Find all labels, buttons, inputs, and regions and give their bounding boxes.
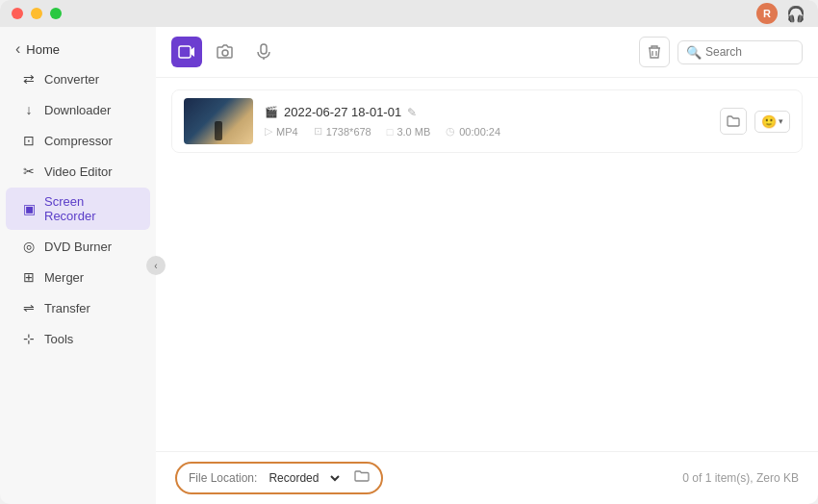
- sidebar-item-tools[interactable]: ⊹ Tools: [6, 324, 150, 353]
- camera-icon: [217, 43, 234, 61]
- downloader-icon: ↓: [21, 102, 37, 117]
- format-icon: ▷: [265, 125, 272, 138]
- trash-icon: [647, 44, 662, 60]
- main-content: 🔍 🎬 2022-06-27 18-01-01 ✎: [156, 27, 818, 504]
- svg-rect-2: [261, 44, 267, 54]
- support-icon[interactable]: 🎧: [785, 3, 806, 24]
- open-folder-icon: [354, 468, 370, 484]
- edit-icon[interactable]: ✎: [407, 106, 417, 119]
- folder-icon: [726, 113, 741, 129]
- tab-video-button[interactable]: [171, 37, 202, 67]
- video-type-badge: 🎬: [265, 106, 278, 118]
- mic-icon: [255, 43, 272, 61]
- svg-rect-0: [179, 46, 191, 58]
- file-location-container: File Location: Recorded Custom Desktop D…: [175, 462, 383, 494]
- emoji-reaction-button[interactable]: 🙂 ▾: [754, 111, 790, 133]
- file-list: 🎬 2022-06-27 18-01-01 ✎ ▷ MP4 ⊡ 1738*678: [156, 78, 818, 451]
- clock-icon: ◷: [446, 125, 455, 138]
- close-button[interactable]: [12, 8, 23, 19]
- user-avatar[interactable]: R: [756, 3, 778, 24]
- sidebar-item-merger[interactable]: ⊞ Merger: [6, 263, 150, 291]
- tools-icon: ⊹: [21, 331, 37, 346]
- delete-button[interactable]: [639, 37, 670, 67]
- sidebar-item-dvd-burner[interactable]: ◎ DVD Burner: [6, 232, 150, 261]
- merger-icon: ⊞: [21, 269, 37, 285]
- save-to-folder-button[interactable]: [720, 108, 747, 135]
- chevron-down-icon: ▾: [779, 116, 783, 126]
- size-meta: □ 3.0 MB: [387, 126, 431, 138]
- browse-folder-button[interactable]: [354, 468, 370, 488]
- transfer-icon: ⇌: [21, 300, 37, 315]
- file-actions: 🙂 ▾: [720, 108, 790, 135]
- size-icon: □: [387, 126, 394, 138]
- sidebar-home[interactable]: Home: [0, 35, 156, 63]
- compressor-icon: ⊡: [21, 133, 37, 148]
- svg-point-1: [222, 50, 228, 56]
- screen-recorder-icon: ▣: [21, 201, 37, 216]
- file-info: 🎬 2022-06-27 18-01-01 ✎ ▷ MP4 ⊡ 1738*678: [265, 105, 708, 138]
- footer: File Location: Recorded Custom Desktop D…: [156, 451, 818, 504]
- video-editor-icon: ✂: [21, 164, 37, 179]
- dvd-burner-icon: ◎: [21, 239, 37, 254]
- titlebar: R 🎧: [0, 0, 818, 27]
- tab-camera-button[interactable]: [210, 37, 241, 67]
- sidebar-item-transfer[interactable]: ⇌ Transfer: [6, 293, 150, 322]
- search-icon: 🔍: [686, 45, 702, 60]
- app-body: Home ⇄ Converter ↓ Downloader ⊡ Compress…: [0, 27, 818, 504]
- sidebar-collapse-button[interactable]: ‹: [146, 256, 166, 275]
- resolution-icon: ⊡: [314, 125, 322, 138]
- file-meta: ▷ MP4 ⊡ 1738*678 □ 3.0 MB ◷: [265, 125, 708, 138]
- format-meta: ▷ MP4: [265, 125, 298, 138]
- sidebar-item-downloader[interactable]: ↓ Downloader: [6, 95, 150, 124]
- duration-meta: ◷ 00:00:24: [446, 125, 500, 138]
- resolution-meta: ⊡ 1738*678: [314, 125, 371, 138]
- maximize-button[interactable]: [50, 8, 62, 19]
- toolbar: 🔍: [156, 27, 818, 78]
- sidebar-item-video-editor[interactable]: ✂ Video Editor: [6, 157, 150, 186]
- file-thumbnail: [184, 98, 253, 144]
- file-location-label: File Location:: [189, 471, 257, 485]
- tab-mic-button[interactable]: [248, 37, 279, 67]
- smiley-icon: 🙂: [761, 114, 777, 129]
- minimize-button[interactable]: [31, 8, 42, 19]
- table-row: 🎬 2022-06-27 18-01-01 ✎ ▷ MP4 ⊡ 1738*678: [171, 89, 803, 153]
- search-box: 🔍: [677, 40, 803, 64]
- sidebar-item-screen-recorder[interactable]: ▣ Screen Recorder: [6, 188, 150, 230]
- converter-icon: ⇄: [21, 71, 37, 87]
- search-input[interactable]: [705, 45, 794, 59]
- file-location-select[interactable]: Recorded Custom Desktop Documents: [265, 470, 343, 486]
- sidebar-item-compressor[interactable]: ⊡ Compressor: [6, 126, 150, 155]
- sidebar: Home ⇄ Converter ↓ Downloader ⊡ Compress…: [0, 27, 156, 504]
- status-text: 0 of 1 item(s), Zero KB: [682, 471, 799, 485]
- sidebar-item-converter[interactable]: ⇄ Converter: [6, 64, 150, 93]
- video-icon: [178, 43, 195, 61]
- file-name: 2022-06-27 18-01-01: [284, 105, 401, 119]
